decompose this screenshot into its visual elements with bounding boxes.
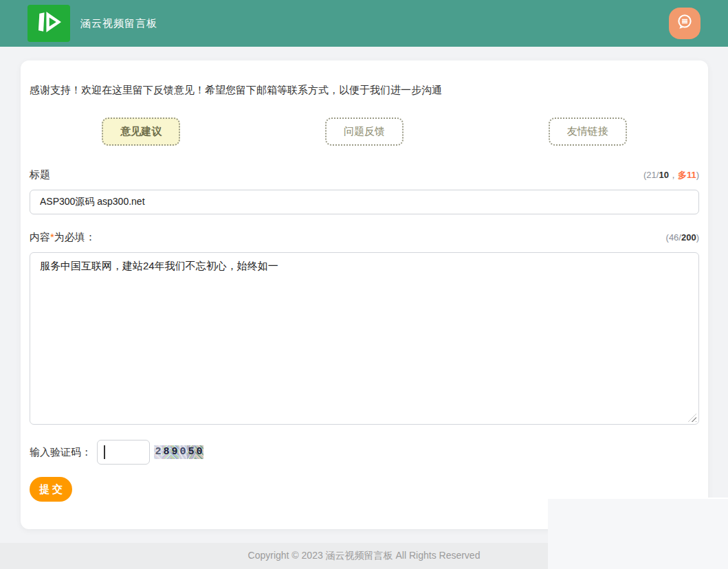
app-logo[interactable] [27, 5, 70, 42]
title-input[interactable] [30, 190, 699, 214]
tab-column: 友情链接 [476, 118, 699, 146]
tab-column: 问题反馈 [253, 118, 476, 146]
counter-limit: 200 [681, 232, 696, 243]
submit-button[interactable]: 提 交 [30, 477, 72, 502]
captcha-image[interactable]: 289050 [154, 445, 203, 459]
comment-bubble-icon [675, 12, 694, 34]
captcha-digit: 9 [170, 445, 179, 459]
captcha-row: 输入验证码： 289050 [30, 440, 699, 465]
text-caret [104, 445, 105, 459]
captcha-digit: 5 [187, 445, 195, 459]
title-label: 标题 [30, 168, 50, 181]
title-char-counter: (21/10，多11) [643, 169, 699, 181]
content-field-header: 内容*为必填： (46/200) [30, 231, 699, 244]
counter-sep: ， [669, 170, 678, 180]
counter-open: (46/ [666, 232, 681, 243]
captcha-digit: 2 [154, 445, 162, 459]
counter-close: ) [696, 232, 699, 243]
title-field-header: 标题 (21/10，多11) [30, 168, 699, 181]
content-char-counter: (46/200) [666, 232, 699, 243]
content-textarea[interactable]: 服务中国互联网，建站24年我们不忘初心，始终如一 [30, 252, 699, 425]
tab-friend-links[interactable]: 友情链接 [549, 118, 627, 146]
copyright-text: Copyright © 2023 涵云视频留言板 All Rights Rese… [248, 550, 481, 562]
captcha-digit: 0 [179, 445, 187, 459]
captcha-input[interactable] [97, 440, 150, 465]
counter-limit: 10 [659, 170, 668, 180]
blank-overlay-panel [548, 498, 728, 569]
video-play-logo-icon [33, 6, 65, 41]
captcha-digit: 8 [162, 445, 170, 459]
header: 涵云视频留言板 [0, 0, 728, 47]
chat-button[interactable] [669, 8, 701, 39]
intro-text: 感谢支持！欢迎在这里留下反馈意见！希望您留下邮箱等联系方式，以便于我们进一步沟通 [30, 84, 699, 97]
content-textarea-wrap: 服务中国互联网，建站24年我们不忘初心，始终如一 [30, 252, 699, 425]
category-tabs: 意见建议 问题反馈 友情链接 [30, 118, 699, 146]
content-label: 内容*为必填： [30, 231, 96, 244]
tab-suggestions[interactable]: 意见建议 [102, 118, 180, 146]
content-label-suffix: 为必填： [54, 231, 96, 243]
feedback-card: 感谢支持！欢迎在这里留下反馈意见！希望您留下邮箱等联系方式，以便于我们进一步沟通… [21, 60, 708, 529]
app-title: 涵云视频留言板 [80, 0, 157, 47]
captcha-digit: 0 [195, 445, 203, 459]
counter-over: 多11 [678, 170, 696, 180]
content-label-main: 内容 [30, 231, 50, 243]
captcha-input-wrap [97, 440, 150, 465]
counter-open: (21/ [643, 170, 659, 180]
tab-issue-feedback[interactable]: 问题反馈 [325, 118, 404, 146]
tab-column: 意见建议 [30, 118, 253, 146]
captcha-label: 输入验证码： [30, 446, 91, 459]
counter-close: ) [696, 170, 699, 180]
page: 涵云视频留言板 感谢支持！欢迎在这里留下反馈意见！希望您留下邮箱等联系方式，以便… [0, 0, 728, 569]
